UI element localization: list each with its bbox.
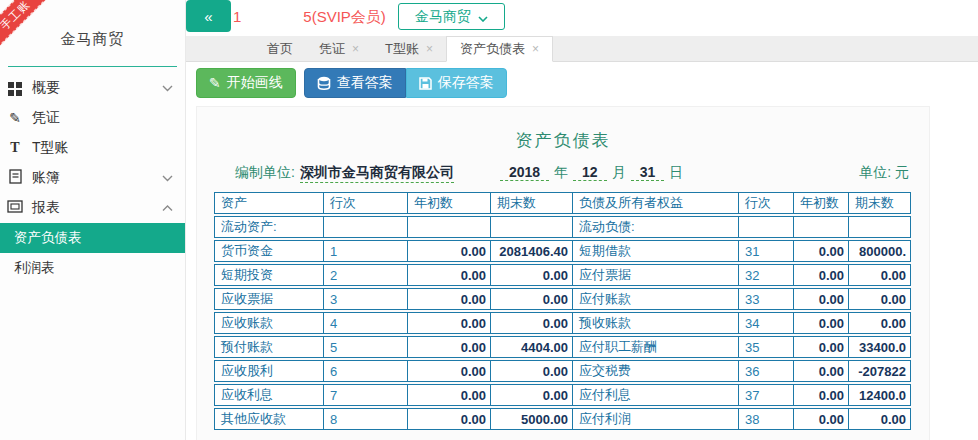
amount-cell[interactable]: 5000.00	[491, 408, 573, 430]
tab-balance-sheet[interactable]: 资产负债表 ×	[446, 36, 553, 62]
amount-cell[interactable]: 0.00	[491, 264, 573, 286]
sidebar-item-label: 概要	[32, 79, 154, 97]
column-header: 年初数	[408, 192, 491, 214]
line-number-cell	[739, 216, 794, 238]
chevron-down-icon	[162, 175, 173, 182]
item-name-cell: 应收票据	[214, 288, 324, 310]
sidebar-item-voucher[interactable]: ✎ 凭证	[0, 103, 185, 133]
amount-cell[interactable]: 0.00	[408, 288, 491, 310]
line-number-cell: 4	[324, 312, 408, 334]
amount-cell[interactable]: 0.00	[408, 384, 491, 406]
line-number-cell: 6	[324, 360, 408, 382]
table-row: 预付账款50.004404.00应付职工薪酬350.0033400.0	[214, 336, 911, 358]
tab-label: T型账	[385, 40, 419, 58]
close-icon[interactable]: ×	[426, 43, 433, 55]
save-answer-button[interactable]: 保存答案	[406, 68, 507, 98]
amount-cell[interactable]: 0.00	[491, 288, 573, 310]
amount-cell[interactable]	[491, 216, 573, 238]
view-answer-button[interactable]: 查看答案	[304, 68, 406, 98]
amount-cell[interactable]	[408, 216, 491, 238]
amount-cell[interactable]	[794, 216, 849, 238]
tab-voucher[interactable]: 凭证 ×	[306, 36, 372, 62]
amount-cell[interactable]: 0.00	[794, 240, 849, 262]
sidebar: 金马商贸 概要 ✎ 凭证 T T型账 账簿 报表 资产负债表 利润表	[0, 0, 186, 440]
column-header: 负债及所有者权益	[573, 192, 739, 214]
amount-cell[interactable]: 0.00	[408, 360, 491, 382]
amount-cell[interactable]: 33400.0	[849, 336, 911, 358]
item-name-cell: 应收股利	[214, 360, 324, 382]
amount-cell[interactable]: 0.00	[491, 384, 573, 406]
sidebar-item-label: T型账	[32, 139, 173, 157]
amount-cell[interactable]: 0.00	[408, 240, 491, 262]
amount-cell[interactable]: 0.00	[794, 288, 849, 310]
sidebar-item-balance-sheet[interactable]: 资产负债表	[0, 223, 185, 253]
item-name-cell: 短期投资	[214, 264, 324, 286]
amount-cell[interactable]: 2081406.40	[491, 240, 573, 262]
sidebar-collapse-button[interactable]: «	[186, 0, 231, 32]
amount-cell[interactable]: 12400.0	[849, 384, 911, 406]
amount-cell[interactable]: 0.00	[408, 336, 491, 358]
sidebar-item-overview[interactable]: 概要	[0, 73, 185, 103]
column-header: 资产	[214, 192, 324, 214]
line-number-cell: 36	[739, 360, 794, 382]
amount-cell[interactable]: 0.00	[794, 336, 849, 358]
item-name-cell: 应收利息	[214, 384, 324, 406]
amount-cell[interactable]: 0.00	[794, 408, 849, 430]
amount-cell[interactable]: 0.00	[408, 264, 491, 286]
amount-cell[interactable]: 0.00	[794, 360, 849, 382]
amount-cell[interactable]: 0.00	[491, 360, 573, 382]
company-dropdown-label: 金马商贸	[415, 8, 471, 26]
amount-cell[interactable]: 0.00	[794, 384, 849, 406]
amount-cell[interactable]: 0.00	[491, 312, 573, 334]
line-number-cell: 31	[739, 240, 794, 262]
amount-cell[interactable]: 0.00	[794, 312, 849, 334]
report-title: 资产负债表	[197, 129, 929, 152]
amount-cell[interactable]: 800000.	[849, 240, 911, 262]
toolbar: ✎ 开始画线 查看答案 保存答案	[196, 68, 978, 98]
member-text-redacted	[241, 8, 303, 27]
member-info: 1 5(SVIP会员)	[233, 8, 386, 27]
company-dropdown[interactable]: 金马商贸	[398, 3, 505, 30]
tab-t-account[interactable]: T型账 ×	[372, 36, 446, 62]
tab-home[interactable]: 首页	[254, 36, 306, 62]
amount-cell[interactable]: 0.00	[849, 288, 911, 310]
amount-cell[interactable]: 0.00	[408, 312, 491, 334]
chevron-down-icon	[478, 9, 488, 25]
sidebar-item-reports[interactable]: 报表	[0, 193, 185, 223]
amount-cell[interactable]: -207822	[849, 360, 911, 382]
day-field[interactable]: 31	[631, 164, 665, 181]
item-name-cell: 应收账款	[214, 312, 324, 334]
item-name-cell: 流动负债:	[573, 216, 739, 238]
item-name-cell: 其他应收款	[214, 408, 324, 430]
amount-cell[interactable]: 0.00	[849, 312, 911, 334]
item-name-cell: 应付利润	[573, 408, 739, 430]
column-header: 期末数	[849, 192, 911, 214]
line-number-cell: 38	[739, 408, 794, 430]
line-number-cell: 35	[739, 336, 794, 358]
sidebar-item-books[interactable]: 账簿	[0, 163, 185, 193]
table-row: 应收票据30.000.00应付账款330.000.00	[214, 288, 911, 310]
company-name-field[interactable]: 深圳市金马商贸有限公司	[300, 164, 454, 183]
amount-cell[interactable]: 0.00	[849, 264, 911, 286]
amount-cell[interactable]: 0.00	[849, 408, 911, 430]
tab-bar: 首页 凭证 × T型账 × 资产负债表 ×	[186, 36, 978, 62]
table-row: 应收账款40.000.00预收账款340.000.00	[214, 312, 911, 334]
amount-cell[interactable]: 0.00	[408, 408, 491, 430]
close-icon[interactable]: ×	[352, 43, 359, 55]
database-icon	[317, 76, 331, 90]
currency-unit-label: 单位: 元	[859, 164, 909, 182]
sidebar-item-t-account[interactable]: T T型账	[0, 133, 185, 163]
item-name-cell: 应付票据	[573, 264, 739, 286]
amount-cell[interactable]: 4404.00	[491, 336, 573, 358]
amount-cell[interactable]	[849, 216, 911, 238]
save-answer-label: 保存答案	[438, 74, 494, 92]
table-row: 货币资金10.002081406.40短期借款310.00800000.	[214, 240, 911, 262]
month-field[interactable]: 12	[573, 164, 607, 181]
close-icon[interactable]: ×	[532, 43, 539, 55]
year-field[interactable]: 2018	[500, 164, 549, 181]
t-account-icon: T	[6, 140, 24, 156]
amount-cell[interactable]: 0.00	[794, 264, 849, 286]
start-draw-button[interactable]: ✎ 开始画线	[196, 68, 296, 98]
sidebar-item-income-statement[interactable]: 利润表	[0, 253, 185, 283]
balance-table-head: 资产行次年初数期末数负债及所有者权益行次年初数期末数	[214, 192, 911, 214]
